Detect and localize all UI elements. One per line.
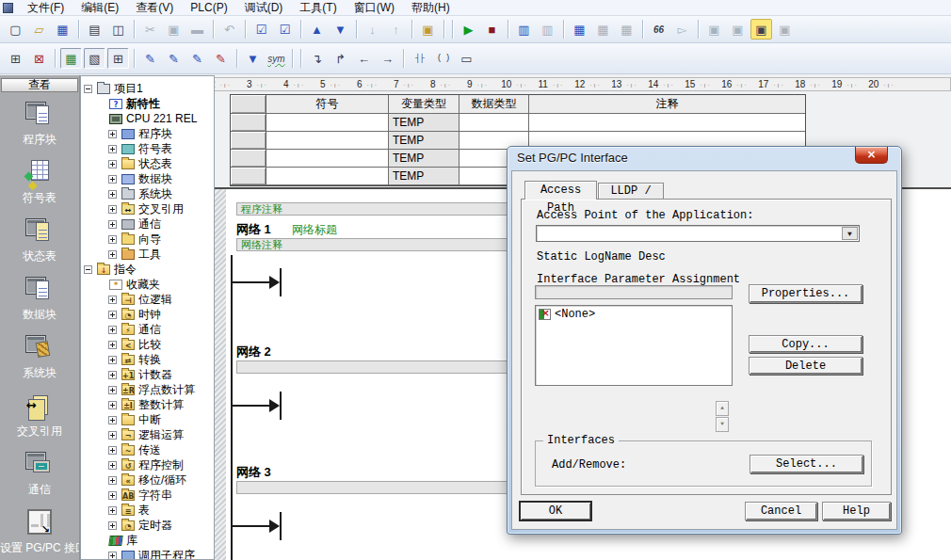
expander-icon[interactable] xyxy=(108,446,117,455)
data-type-cell[interactable] xyxy=(459,114,529,132)
listbox-item-none[interactable]: <None> xyxy=(539,308,729,321)
tab-lldp-dcp[interactable]: LLDP / DCP xyxy=(598,183,664,200)
insert-network-icon[interactable]: ⊞ xyxy=(5,48,26,69)
expander-icon[interactable] xyxy=(108,552,117,560)
bookmark-next-icon[interactable]: ✎ xyxy=(163,48,185,69)
var-type-cell[interactable]: TEMP xyxy=(389,132,459,150)
nav-bar-item[interactable]: 状态表 xyxy=(0,215,79,273)
tab-access-path[interactable]: Access Path xyxy=(524,181,597,200)
tree-item[interactable]: ↓ 指令 xyxy=(81,262,214,277)
ladder-coil-icon[interactable]: ( ) xyxy=(432,48,454,69)
delete-network-icon[interactable]: ⊠ xyxy=(28,48,50,69)
ladder-cursor-arrow-icon[interactable] xyxy=(269,276,280,289)
expander-icon[interactable] xyxy=(108,311,117,319)
properties-button[interactable]: Properties... xyxy=(749,284,862,303)
line-down-icon[interactable]: ↴ xyxy=(306,48,328,69)
tree-item[interactable]: « 移位/循环 xyxy=(81,472,214,488)
tree-item[interactable]: < 比较 xyxy=(81,337,214,352)
network-1-title[interactable]: 网络标题 xyxy=(292,222,337,238)
tree-item[interactable]: ↺ 程序控制 xyxy=(81,457,214,472)
goto-network-icon[interactable]: ▼ xyxy=(242,48,264,69)
sort-descending-icon[interactable]: ↑ xyxy=(385,19,407,40)
expander-icon[interactable] xyxy=(108,250,117,259)
var-type-cell[interactable]: TEMP xyxy=(389,114,459,132)
expander-icon[interactable] xyxy=(108,401,117,409)
open-project-icon[interactable]: ▱ xyxy=(28,19,50,40)
interface-listbox[interactable]: <None> xyxy=(535,305,733,386)
column-header-data-type[interactable]: 数据类型 xyxy=(459,95,529,114)
expander-icon[interactable] xyxy=(108,220,117,229)
menu-item[interactable]: 窗口(W) xyxy=(346,0,403,16)
cancel-button[interactable]: Cancel xyxy=(745,502,817,520)
tree-item[interactable]: AB 字符串 xyxy=(81,488,214,503)
tree-item[interactable]: ±I 整数计算 xyxy=(81,397,214,412)
tree-item[interactable]: 程序块 xyxy=(81,126,214,141)
stop-icon[interactable]: ■ xyxy=(481,19,503,40)
nav-bar-item[interactable]: 数据块 xyxy=(0,273,79,331)
menu-item[interactable]: 帮助(H) xyxy=(403,0,459,16)
tree-item[interactable]: ±R 浮点数计算 xyxy=(81,382,214,397)
tree-item[interactable]: 系统块 xyxy=(81,186,214,201)
menu-item[interactable]: 调试(D) xyxy=(236,0,292,16)
ladder-cursor-arrow-icon[interactable] xyxy=(269,520,280,533)
copy-button[interactable]: Copy... xyxy=(749,335,862,353)
menu-item[interactable]: PLC(P) xyxy=(182,0,235,16)
var-type-cell[interactable]: TEMP xyxy=(389,150,459,168)
menu-item[interactable]: 编辑(E) xyxy=(73,0,127,16)
expander-icon[interactable] xyxy=(108,296,117,304)
copy-icon[interactable]: ▣ xyxy=(163,19,185,40)
symbol-cell[interactable] xyxy=(266,114,389,132)
tree-item[interactable]: 向导 xyxy=(81,232,214,247)
nav-bar-item[interactable]: 符号表 xyxy=(0,156,79,215)
options-window-icon[interactable]: ▣ xyxy=(417,19,439,40)
nav-bar-item[interactable]: 通信 xyxy=(0,448,79,506)
menu-item[interactable]: 查看(V) xyxy=(127,0,182,16)
tree-item[interactable]: ≡ 表 xyxy=(81,503,214,518)
tree-item[interactable]: ↔ 交叉引用 xyxy=(81,201,214,216)
save-project-icon[interactable]: ▦ xyxy=(52,19,73,40)
scroll-up-icon[interactable]: ▲ xyxy=(716,401,729,416)
line-left-icon[interactable]: ← xyxy=(353,48,375,69)
tree-item[interactable]: 符号表 xyxy=(81,141,214,156)
line-right-icon[interactable]: → xyxy=(377,48,398,69)
row-header-cell[interactable] xyxy=(231,168,266,185)
program-monitor-icon[interactable]: ▥ xyxy=(513,19,535,40)
expander-icon[interactable] xyxy=(108,431,117,440)
expander-icon[interactable] xyxy=(108,476,117,485)
close-button[interactable]: × xyxy=(855,147,888,164)
print-preview-icon[interactable]: ◫ xyxy=(107,19,129,40)
column-header-comment[interactable]: 注释 xyxy=(529,95,805,114)
bookmark-toggle-icon[interactable]: ✎ xyxy=(139,48,161,69)
run-icon[interactable]: ▶ xyxy=(458,19,479,40)
new-file-icon[interactable]: ▢ xyxy=(5,19,26,40)
bookmark-glasses-icon[interactable]: 66 xyxy=(648,19,669,40)
tree-item[interactable]: * 收藏夹 xyxy=(81,277,214,292)
ok-button[interactable]: OK xyxy=(520,502,591,520)
expander-icon[interactable] xyxy=(108,205,117,214)
menu-item[interactable]: 工具(T) xyxy=(291,0,345,16)
scroll-down-icon[interactable]: ▼ xyxy=(716,417,729,432)
help-button[interactable]: Help xyxy=(822,502,891,520)
upload-icon[interactable]: ▲ xyxy=(306,19,328,40)
expander-icon[interactable] xyxy=(108,145,117,153)
tree-item[interactable]: ~ 传送 xyxy=(81,442,214,457)
download-icon[interactable]: ▼ xyxy=(330,19,351,40)
cut-icon[interactable]: ✂ xyxy=(139,19,161,40)
tree-item[interactable]: ⚡ 通信 xyxy=(81,322,214,337)
nav-bar-item[interactable]: 交叉引用 xyxy=(0,390,79,448)
expander-icon[interactable] xyxy=(108,491,117,500)
tree-item[interactable]: 中断 xyxy=(81,412,214,427)
tree-item[interactable]: ⊣ 位逻辑 xyxy=(81,292,214,307)
symbol-cell[interactable] xyxy=(266,132,389,150)
nav-bar-item[interactable]: 设置 PG/PC 接口 xyxy=(0,506,79,560)
table-corner-cell[interactable] xyxy=(231,95,266,114)
tree-item[interactable]: ◔ 定时器 xyxy=(81,518,214,533)
expander-icon[interactable] xyxy=(108,356,117,364)
expander-icon[interactable] xyxy=(108,416,117,424)
nav-bar-item[interactable]: 程序块 xyxy=(0,98,79,156)
tree-item[interactable]: 项目1 xyxy=(81,81,214,96)
view-poi-table-icon[interactable]: ⊞ xyxy=(107,48,129,69)
tree-item[interactable]: 通信 xyxy=(81,216,214,232)
lock-up-icon[interactable]: ▣ xyxy=(774,19,796,40)
tree-item[interactable]: CPU 221 REL xyxy=(81,111,214,126)
